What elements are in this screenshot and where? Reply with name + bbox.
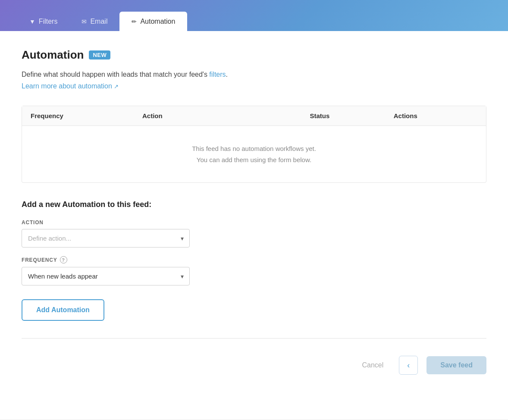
external-link-icon: ↗	[114, 83, 119, 90]
empty-line1: This feed has no automation workflows ye…	[31, 143, 477, 154]
frequency-group: FREQUENCY ? When new leads appear	[22, 256, 486, 285]
learn-more-text: Learn more about automation	[22, 82, 112, 90]
new-badge: NEW	[89, 50, 110, 60]
tab-automation-label: Automation	[140, 18, 175, 25]
form-section-title: Add a new Automation to this feed:	[22, 200, 486, 209]
tab-filters[interactable]: ▼ Filters	[17, 12, 69, 31]
pencil-icon: ✏	[132, 18, 137, 25]
action-group: ACTION Define action...	[22, 219, 486, 248]
action-select[interactable]: Define action...	[22, 229, 190, 248]
footer-divider	[22, 338, 486, 339]
frequency-select-wrapper: When new leads appear	[22, 267, 190, 285]
empty-line2: You can add them using the form below.	[31, 154, 477, 166]
cancel-button[interactable]: Cancel	[355, 357, 390, 373]
save-feed-button[interactable]: Save feed	[426, 356, 486, 374]
tab-automation[interactable]: ✏ Automation	[119, 12, 187, 31]
tab-bar: ▼ Filters ✉ Email ✏ Automation	[0, 0, 508, 31]
add-automation-form: Add a new Automation to this feed: ACTIO…	[22, 200, 486, 321]
add-automation-button[interactable]: Add Automation	[22, 299, 104, 321]
description: Define what should happen with leads tha…	[22, 69, 486, 80]
automation-table: Frequency Action Status Actions This fee…	[22, 106, 486, 183]
col-status: Status	[310, 112, 394, 119]
back-button[interactable]: ‹	[399, 356, 418, 375]
footer: Cancel ‹ Save feed	[22, 351, 486, 379]
filter-icon: ▼	[29, 18, 35, 25]
description-prefix: Define what should happen with leads tha…	[22, 71, 209, 78]
frequency-select[interactable]: When new leads appear	[22, 267, 190, 285]
tab-email-label: Email	[90, 18, 107, 25]
col-action: Action	[142, 112, 310, 119]
table-header: Frequency Action Status Actions	[22, 106, 486, 126]
filters-link[interactable]: filters	[209, 71, 226, 78]
col-actions: Actions	[394, 112, 477, 119]
title-row: Automation NEW	[22, 48, 486, 62]
page-title: Automation	[22, 48, 84, 62]
tab-filters-label: Filters	[39, 18, 58, 25]
main-content: Automation NEW Define what should happen…	[0, 31, 508, 419]
table-empty-state: This feed has no automation workflows ye…	[22, 126, 486, 182]
frequency-label: FREQUENCY ?	[22, 256, 486, 263]
col-frequency: Frequency	[31, 112, 142, 119]
description-suffix: .	[226, 71, 228, 78]
frequency-help-icon[interactable]: ?	[60, 256, 67, 263]
learn-more-link[interactable]: Learn more about automation ↗	[22, 82, 119, 90]
back-icon: ‹	[407, 361, 410, 370]
action-label: ACTION	[22, 219, 486, 226]
tab-email[interactable]: ✉ Email	[69, 12, 119, 31]
learn-more: Learn more about automation ↗	[22, 82, 486, 90]
action-select-wrapper: Define action...	[22, 229, 190, 248]
email-icon: ✉	[82, 18, 87, 25]
